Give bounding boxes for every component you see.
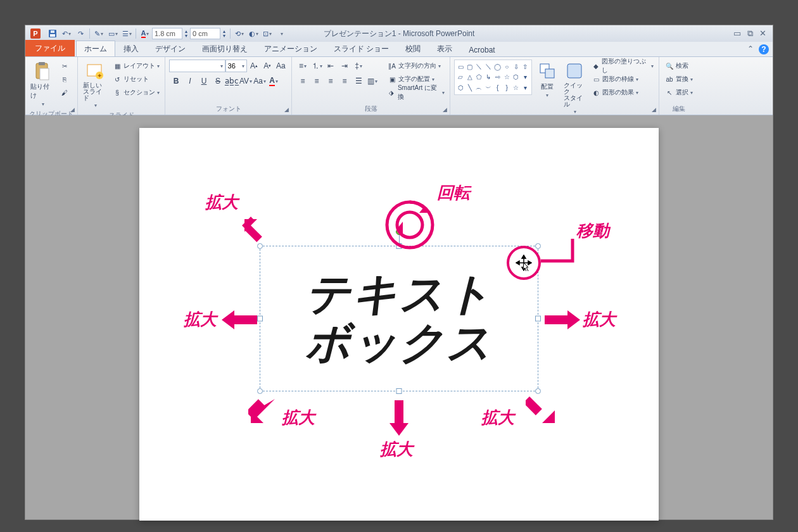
font-family-combo[interactable]: ▾ — [169, 60, 225, 72]
annotation-move-connector — [541, 239, 579, 270]
textbox-text[interactable]: テキスト ボックス — [260, 246, 538, 391]
qat-tool-icon[interactable]: ☰▾ — [120, 27, 134, 41]
group-clipboard: 貼り付け▾ ✂ ⎘ 🖌 クリップボード ◢ — [25, 57, 78, 115]
grow-font-button[interactable]: A▴ — [247, 60, 260, 72]
shape-height-input[interactable] — [152, 28, 182, 39]
section-button[interactable]: §セクション▾ — [111, 86, 161, 99]
format-painter-button[interactable]: 🖌 — [58, 86, 71, 99]
align-right-button[interactable]: ≡ — [324, 75, 338, 87]
char-spacing-button[interactable]: AV▾ — [239, 75, 253, 87]
tab-review[interactable]: 校閲 — [397, 41, 429, 56]
svg-text:P: P — [33, 30, 37, 37]
stepper-icon[interactable]: ▴▾ — [182, 27, 190, 41]
bold-button[interactable]: B — [169, 75, 183, 87]
svg-marker-28 — [545, 310, 580, 329]
ribbon: 貼り付け▾ ✂ ⎘ 🖌 クリップボード ◢ ✦ 新しい スライド▾ ▦レイアウト… — [25, 57, 773, 115]
annotation-move-circle — [507, 246, 541, 280]
dialog-launcher-icon[interactable]: ◢ — [441, 106, 448, 113]
qat-tool-icon[interactable]: ◐▾ — [246, 27, 260, 41]
font-size-combo[interactable]: 36▾ — [225, 60, 248, 72]
group-font: ▾ 36▾ A▴ A▾ Aa B I U S a̲b̲c̲ AV▾ Aa▾ A▾ — [165, 57, 292, 115]
shrink-font-button[interactable]: A▾ — [261, 60, 274, 72]
copy-button[interactable]: ⎘ — [58, 73, 71, 86]
quick-styles-button[interactable]: クイック スタイル▾ — [562, 60, 588, 116]
align-left-button[interactable]: ≡ — [296, 75, 310, 87]
tab-acrobat[interactable]: Acrobat — [460, 42, 503, 56]
redo-icon[interactable]: ↷ — [73, 27, 87, 41]
shapes-gallery[interactable]: ▭▢＼＼◯○⇩⇧ ▱△⬠↳⇨☆⬡▾ ⬡╲︵︶{}☆▾ — [454, 60, 532, 95]
stepper-icon[interactable]: ▴▾ — [220, 27, 228, 41]
maximize-icon[interactable]: ⧉ — [747, 28, 753, 39]
save-icon[interactable] — [46, 27, 60, 41]
dialog-launcher-icon[interactable]: ◢ — [650, 106, 657, 113]
svg-rect-6 — [39, 62, 45, 65]
bullets-button[interactable]: ≡▾ — [296, 60, 310, 72]
qat-tool-icon[interactable]: ✎▾ — [92, 27, 106, 41]
justify-button[interactable]: ≡ — [338, 75, 352, 87]
text-direction-button[interactable]: ‖A文字列の方向▾ — [386, 60, 446, 72]
svg-rect-7 — [40, 68, 49, 80]
shadow-button[interactable]: a̲b̲c̲ — [225, 75, 239, 87]
close-icon[interactable]: ✕ — [759, 28, 766, 39]
cut-button[interactable]: ✂ — [58, 60, 71, 72]
replace-button[interactable]: ab置換▾ — [663, 73, 694, 86]
dialog-launcher-icon[interactable]: ◢ — [68, 106, 76, 113]
distribute-button[interactable]: ☰ — [352, 75, 365, 87]
ribbon-minimize-icon[interactable]: ⌃ — [747, 44, 754, 54]
slide-canvas[interactable]: テキスト ボックス 回転 移動 — [139, 128, 659, 521]
powerpoint-icon: P — [28, 26, 43, 41]
italic-button[interactable]: I — [183, 75, 197, 87]
change-case-button[interactable]: Aa▾ — [253, 75, 267, 87]
convert-smartart-button[interactable]: ⬗SmartArt に変換▾ — [386, 86, 446, 99]
qat-tool-icon[interactable]: ⟲▾ — [232, 27, 246, 41]
annotation-enlarge-label: 拡大 — [282, 407, 315, 429]
numbering-button[interactable]: ⒈▾ — [310, 60, 324, 72]
group-drawing: ▭▢＼＼◯○⇩⇧ ▱△⬠↳⇨☆⬡▾ ⬡╲︵︶{}☆▾ 配置▾ クイック スタイル… — [450, 57, 659, 115]
undo-icon[interactable]: ↶▾ — [60, 27, 73, 41]
ribbon-tabs: ファイル ホーム 挿入 デザイン 画面切り替え アニメーション スライド ショー… — [25, 42, 773, 57]
new-slide-button[interactable]: ✦ 新しい スライド▾ — [82, 60, 108, 110]
tab-view[interactable]: 表示 — [429, 41, 460, 56]
annotation-rotate-ring — [383, 198, 437, 252]
arrow-w-icon — [222, 310, 257, 329]
annotation-rotate-label: 回転 — [437, 182, 470, 204]
qat-tool-icon[interactable]: ⊡▾ — [260, 27, 274, 41]
layout-button[interactable]: ▦レイアウト▾ — [111, 60, 161, 72]
arrange-button[interactable]: 配置▾ — [535, 60, 560, 116]
clear-format-button[interactable]: Aa — [274, 60, 288, 72]
select-button[interactable]: ↖選択▾ — [663, 86, 694, 99]
shape-outline-button[interactable]: ▭図形の枠線▾ — [590, 73, 655, 86]
svg-marker-22 — [516, 261, 519, 265]
tab-slideshow[interactable]: スライド ショー — [326, 41, 397, 56]
qat-more-icon[interactable]: ▾ — [274, 27, 288, 41]
dialog-launcher-icon[interactable]: ◢ — [282, 106, 290, 113]
textbox-selection[interactable]: テキスト ボックス — [260, 246, 538, 391]
find-button[interactable]: 🔍検索 — [663, 60, 694, 72]
decrease-indent-button[interactable]: ⇤ — [324, 60, 338, 72]
paste-button[interactable]: 貼り付け▾ — [29, 60, 56, 108]
columns-button[interactable]: ▥▾ — [365, 75, 379, 87]
reset-button[interactable]: ↺リセット — [111, 73, 161, 86]
strike-button[interactable]: S — [211, 75, 225, 87]
svg-rect-26 — [244, 224, 262, 242]
qat-tool-icon[interactable]: ▭▾ — [106, 27, 120, 41]
tab-home[interactable]: ホーム — [76, 41, 115, 56]
tab-insert[interactable]: 挿入 — [115, 41, 147, 56]
line-spacing-button[interactable]: ‡▾ — [352, 60, 365, 72]
underline-button[interactable]: U — [197, 75, 211, 87]
help-icon[interactable]: ? — [759, 44, 769, 54]
increase-indent-button[interactable]: ⇥ — [338, 60, 352, 72]
shape-fill-button[interactable]: ◆図形の塗りつぶし▾ — [590, 60, 655, 72]
font-color-button[interactable]: A▾ — [267, 75, 281, 87]
tab-design[interactable]: デザイン — [147, 41, 194, 56]
tab-transitions[interactable]: 画面切り替え — [194, 41, 256, 56]
arrow-s-icon — [390, 400, 408, 436]
slide-area: テキスト ボックス 回転 移動 — [25, 115, 773, 519]
tab-animations[interactable]: アニメーション — [256, 41, 326, 56]
align-center-button[interactable]: ≡ — [310, 75, 324, 87]
tab-file[interactable]: ファイル — [25, 40, 75, 56]
shape-width-input[interactable] — [190, 28, 220, 39]
shape-effects-button[interactable]: ◐図形の効果▾ — [590, 86, 655, 99]
minimize-icon[interactable]: ▭ — [733, 28, 741, 39]
font-color-icon[interactable]: A▾ — [138, 27, 152, 41]
